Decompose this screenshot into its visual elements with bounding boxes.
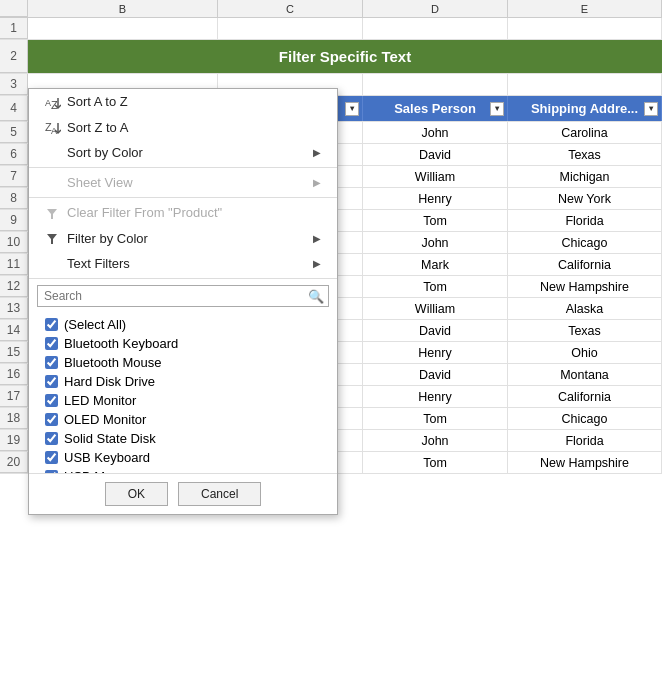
header-shipping-text: Shipping Addre...	[531, 101, 638, 116]
cell-e6: Texas	[508, 144, 662, 165]
sort-color-label: Sort by Color	[67, 145, 313, 160]
filter-button-sales-person[interactable]: ▾	[490, 102, 504, 116]
cell-e18: Chicago	[508, 408, 662, 429]
cell-e3	[508, 74, 662, 95]
filter-color-label: Filter by Color	[67, 231, 313, 246]
checklist-item[interactable]: Hard Disk Drive	[45, 372, 329, 391]
check-4[interactable]	[45, 394, 58, 407]
corner-cell	[0, 0, 28, 17]
filter-button-shipping[interactable]: ▾	[644, 102, 658, 116]
check-3[interactable]	[45, 375, 58, 388]
cell-d19: John	[363, 430, 508, 451]
row-2: 2 Filter Specific Text	[0, 40, 662, 74]
cell-d18: Tom	[363, 408, 508, 429]
divider-2	[29, 197, 337, 198]
row-num-4: 4	[0, 96, 28, 121]
cell-d10: John	[363, 232, 508, 253]
row-1: 1	[0, 18, 662, 40]
filter-dropdown: A Z Sort A to Z Z A Sort Z to A Sort by …	[28, 88, 338, 515]
row-num-17: 17	[0, 386, 28, 407]
col-header-b: B	[28, 0, 218, 17]
cell-e9: Florida	[508, 210, 662, 231]
text-filters-arrow: ▶	[313, 258, 321, 269]
check-5[interactable]	[45, 413, 58, 426]
checklist-item[interactable]: OLED Monitor	[45, 410, 329, 429]
title-cell: Filter Specific Text	[28, 40, 662, 73]
cell-d14: David	[363, 320, 508, 341]
row-num-18: 18	[0, 408, 28, 429]
header-sales-person-text: Sales Person	[394, 101, 476, 116]
search-icon: 🔍	[308, 289, 324, 304]
checklist-item[interactable]: Bluetooth Keyboard	[45, 334, 329, 353]
cell-d9: Tom	[363, 210, 508, 231]
clear-filter-label: Clear Filter From "Product"	[67, 205, 321, 220]
row-num-8: 8	[0, 188, 28, 209]
text-filters-label: Text Filters	[67, 256, 313, 271]
cell-d20: Tom	[363, 452, 508, 473]
cell-d3	[363, 74, 508, 95]
checklist-item[interactable]: USB Keyboard	[45, 448, 329, 467]
cell-d16: David	[363, 364, 508, 385]
filter-color-item[interactable]: Filter by Color ▶	[29, 226, 337, 252]
check-0[interactable]	[45, 318, 58, 331]
cell-d11: Mark	[363, 254, 508, 275]
cell-d8: Henry	[363, 188, 508, 209]
header-shipping: Shipping Addre... ▾	[508, 96, 662, 121]
sheet-view-arrow: ▶	[313, 177, 321, 188]
checklist-item[interactable]: (Select All)	[45, 315, 329, 334]
search-box: 🔍	[37, 285, 329, 307]
checklist: (Select All)Bluetooth KeyboardBluetooth …	[29, 313, 337, 473]
checklist-item[interactable]: Bluetooth Mouse	[45, 353, 329, 372]
cell-d12: Tom	[363, 276, 508, 297]
checklist-item[interactable]: Solid State Disk	[45, 429, 329, 448]
cell-e17: California	[508, 386, 662, 407]
check-label-1: Bluetooth Keyboard	[64, 336, 178, 351]
row-num-6: 6	[0, 144, 28, 165]
cancel-button[interactable]: Cancel	[178, 482, 261, 506]
cell-d1	[363, 18, 508, 39]
row-num-10: 10	[0, 232, 28, 253]
check-8[interactable]	[45, 470, 58, 473]
cell-c1	[218, 18, 363, 39]
row-num-12: 12	[0, 276, 28, 297]
check-2[interactable]	[45, 356, 58, 369]
clear-filter-item[interactable]: Clear Filter From "Product"	[29, 200, 337, 226]
row-num-20: 20	[0, 452, 28, 473]
checklist-item[interactable]: LED Monitor	[45, 391, 329, 410]
sort-za-item[interactable]: Z A Sort Z to A	[29, 115, 337, 141]
row-num-7: 7	[0, 166, 28, 187]
check-label-6: Solid State Disk	[64, 431, 156, 446]
col-header-d: D	[363, 0, 508, 17]
text-filters-item[interactable]: Text Filters ▶	[29, 251, 337, 276]
dropdown-footer: OK Cancel	[29, 473, 337, 514]
sort-az-label: Sort A to Z	[67, 94, 321, 109]
cell-d5: John	[363, 122, 508, 143]
sort-az-item[interactable]: A Z Sort A to Z	[29, 89, 337, 115]
filter-button-category[interactable]: ▾	[345, 102, 359, 116]
cell-e15: Ohio	[508, 342, 662, 363]
cell-d17: Henry	[363, 386, 508, 407]
row-num-9: 9	[0, 210, 28, 231]
cell-d6: David	[363, 144, 508, 165]
check-6[interactable]	[45, 432, 58, 445]
sheet-view-item[interactable]: Sheet View ▶	[29, 170, 337, 195]
check-7[interactable]	[45, 451, 58, 464]
search-input[interactable]	[37, 285, 329, 307]
check-label-3: Hard Disk Drive	[64, 374, 155, 389]
ok-button[interactable]: OK	[105, 482, 168, 506]
check-label-0: (Select All)	[64, 317, 126, 332]
cell-e12: New Hampshire	[508, 276, 662, 297]
row-num-2: 2	[0, 40, 28, 73]
cell-e10: Chicago	[508, 232, 662, 253]
row-num-1: 1	[0, 18, 28, 39]
cell-e19: Florida	[508, 430, 662, 451]
sort-za-label: Sort Z to A	[67, 120, 321, 135]
check-label-5: OLED Monitor	[64, 412, 146, 427]
cell-d15: Henry	[363, 342, 508, 363]
check-1[interactable]	[45, 337, 58, 350]
svg-marker-7	[47, 234, 57, 244]
check-label-8: USB Mouse	[64, 469, 133, 473]
sort-color-item[interactable]: Sort by Color ▶	[29, 140, 337, 165]
check-label-4: LED Monitor	[64, 393, 136, 408]
cell-e11: California	[508, 254, 662, 275]
